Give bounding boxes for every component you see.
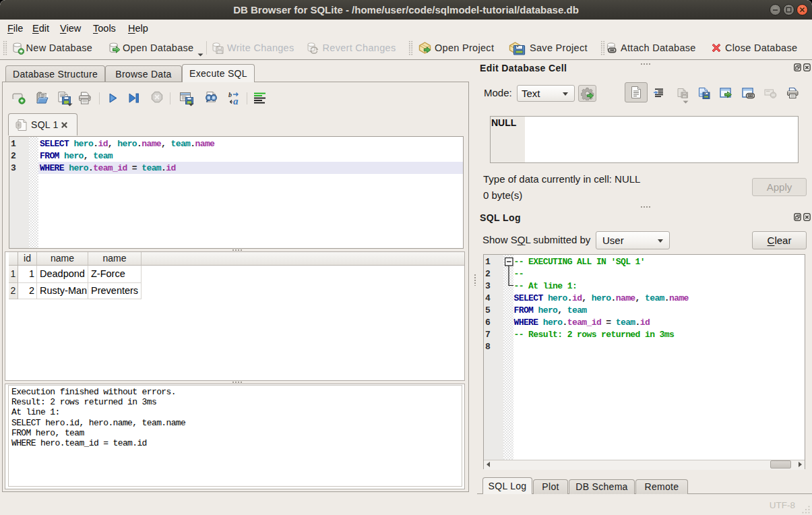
svg-text:a: a [233, 96, 239, 106]
svg-text:b: b [228, 91, 232, 98]
